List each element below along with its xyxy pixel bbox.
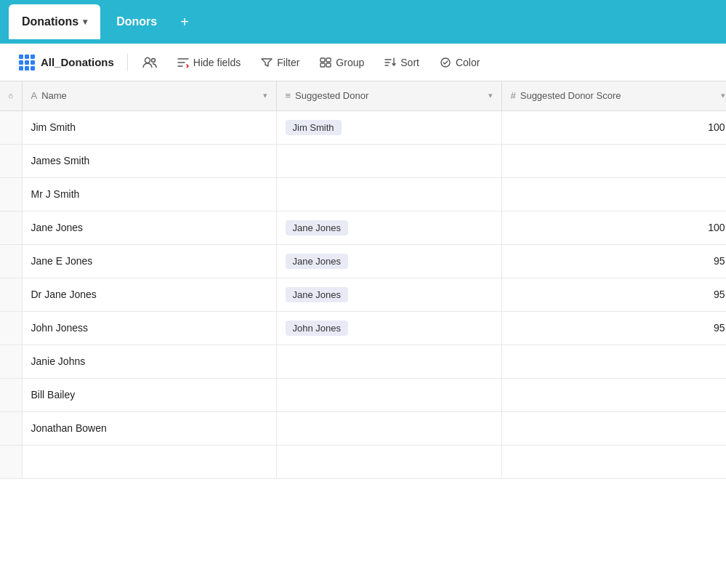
table-row[interactable]: Dr Jane JonesJane Jones95 <box>0 278 726 311</box>
toolbar-separator-1 <box>127 54 128 71</box>
lock-cell <box>0 177 22 211</box>
table-body: Jim SmithJim Smith100James SmithMr J Smi… <box>0 110 726 478</box>
score-column-header[interactable]: # Suggested Donor Score ▾ <box>501 81 726 110</box>
score-cell <box>501 378 726 411</box>
donor-chip[interactable]: Jane Jones <box>286 287 349 302</box>
table-header-row: A Name ▾ ≡ Suggested Donor ▾ # Sugge <box>0 81 726 110</box>
svg-point-0 <box>145 57 150 63</box>
people-button[interactable] <box>134 52 166 73</box>
people-icon <box>142 57 157 68</box>
tab-donors[interactable]: Donors <box>103 4 170 39</box>
donor-col-label: Suggested Donor <box>295 90 368 101</box>
table-row[interactable]: Janie Johns <box>0 345 726 378</box>
svg-rect-4 <box>320 63 325 67</box>
table-container: A Name ▾ ≡ Suggested Donor ▾ # Sugge <box>0 81 726 588</box>
donor-cell <box>276 177 501 211</box>
filter-button[interactable]: Filter <box>252 52 308 73</box>
donor-cell: Jim Smith <box>276 110 501 144</box>
empty-lock <box>0 445 22 478</box>
donations-table: A Name ▾ ≡ Suggested Donor ▾ # Sugge <box>0 81 726 479</box>
hide-fields-button[interactable]: Hide fields <box>169 52 249 73</box>
score-cell <box>501 144 726 177</box>
name-col-sort-arrow: ▾ <box>263 91 267 100</box>
score-cell: 95 <box>501 311 726 345</box>
name-cell: Jonathan Bowen <box>22 411 276 445</box>
table-row[interactable]: Jane JonesJane Jones100 <box>0 211 726 244</box>
donor-cell <box>276 411 501 445</box>
group-icon <box>320 57 331 68</box>
donor-cell: Jane Jones <box>276 211 501 244</box>
lock-cell <box>0 278 22 311</box>
name-cell: Jim Smith <box>22 110 276 144</box>
table-row[interactable]: Jane E JonesJane Jones95 <box>0 244 726 278</box>
donor-col-sort-arrow: ▾ <box>488 91 493 100</box>
name-cell: Mr J Smith <box>22 177 276 211</box>
toolbar: All_Donations Hide fields Filter Group <box>0 44 726 81</box>
score-col-label: Suggested Donor Score <box>520 90 621 101</box>
hide-fields-icon <box>177 57 189 68</box>
name-cell: Dr Jane Jones <box>22 278 276 311</box>
tab-donations[interactable]: Donations ▾ <box>9 4 100 39</box>
donor-cell: Jane Jones <box>276 244 501 278</box>
sort-button[interactable]: Sort <box>376 52 428 73</box>
lock-cell <box>0 144 22 177</box>
score-cell: 95 <box>501 244 726 278</box>
grid-view-icon <box>19 55 35 71</box>
table-row[interactable]: Bill Bailey <box>0 378 726 411</box>
name-cell: Bill Bailey <box>22 378 276 411</box>
score-cell: 95 <box>501 278 726 311</box>
name-cell: Jane E Jones <box>22 244 276 278</box>
lock-cell <box>0 211 22 244</box>
tab-donations-label: Donations <box>22 15 78 28</box>
color-label: Color <box>456 57 480 68</box>
table-row[interactable]: John JonessJohn Jones95 <box>0 311 726 345</box>
name-col-icon: A <box>31 90 38 101</box>
empty-row <box>0 445 726 478</box>
svg-rect-6 <box>9 95 12 98</box>
lock-cell <box>0 311 22 345</box>
lock-cell <box>0 345 22 378</box>
add-tab-button[interactable]: + <box>173 9 196 35</box>
color-button[interactable]: Color <box>431 52 488 73</box>
donor-chip[interactable]: Jane Jones <box>286 254 349 269</box>
lock-column-header <box>0 81 22 110</box>
donor-chip[interactable]: Jane Jones <box>286 220 349 235</box>
donor-chip[interactable]: Jim Smith <box>286 120 342 135</box>
donor-cell <box>276 144 501 177</box>
sort-label: Sort <box>400 57 419 68</box>
tab-donors-label: Donors <box>116 15 157 28</box>
donor-chip[interactable]: John Jones <box>286 321 349 336</box>
group-button[interactable]: Group <box>311 52 373 73</box>
table-row[interactable]: Jonathan Bowen <box>0 411 726 445</box>
empty-donor <box>276 445 501 478</box>
score-cell <box>501 177 726 211</box>
view-selector[interactable]: All_Donations <box>12 50 121 75</box>
table-row[interactable]: James Smith <box>0 144 726 177</box>
score-cell <box>501 345 726 378</box>
empty-score <box>501 445 726 478</box>
filter-label: Filter <box>277 57 299 68</box>
donor-cell: Jane Jones <box>276 278 501 311</box>
score-cell <box>501 411 726 445</box>
filter-icon <box>261 57 273 68</box>
donor-col-icon: ≡ <box>286 90 291 101</box>
name-cell: James Smith <box>22 144 276 177</box>
lock-icon <box>9 91 13 100</box>
score-cell: 100 <box>501 211 726 244</box>
group-label: Group <box>336 57 364 68</box>
lock-cell <box>0 244 22 278</box>
lock-cell <box>0 110 22 144</box>
table-row[interactable]: Jim SmithJim Smith100 <box>0 110 726 144</box>
tab-donations-chevron: ▾ <box>83 17 87 27</box>
name-cell: Jane Jones <box>22 211 276 244</box>
svg-rect-5 <box>326 63 331 67</box>
hide-fields-label: Hide fields <box>193 57 241 68</box>
top-bar: Donations ▾ Donors + <box>0 0 726 44</box>
donor-column-header[interactable]: ≡ Suggested Donor ▾ <box>276 81 501 110</box>
table-row[interactable]: Mr J Smith <box>0 177 726 211</box>
name-column-header[interactable]: A Name ▾ <box>22 81 276 110</box>
view-label: All_Donations <box>41 56 114 68</box>
score-cell: 100 <box>501 110 726 144</box>
score-col-icon: # <box>511 90 516 101</box>
color-icon <box>440 57 451 68</box>
